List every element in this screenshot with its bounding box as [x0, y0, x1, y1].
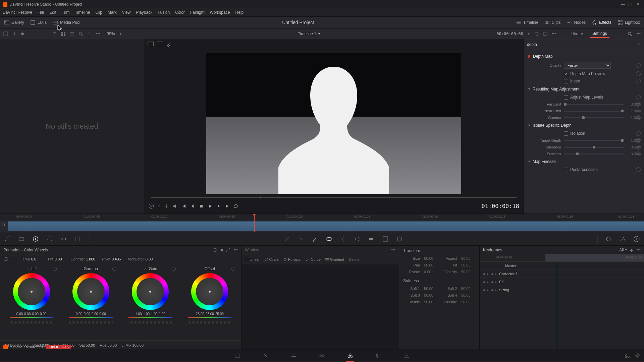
hue-value[interactable]: 50.00	[108, 343, 117, 347]
gain-wheel[interactable]	[132, 273, 169, 310]
menu-edit[interactable]: Edit	[49, 10, 56, 15]
curve-shape-button[interactable]: Curve	[306, 257, 320, 261]
loop-icon[interactable]	[534, 32, 539, 36]
prev-frame-button[interactable]	[190, 203, 195, 209]
pan-value[interactable]: 50.00	[424, 263, 438, 267]
soft2-value[interactable]: 50.00	[461, 287, 475, 291]
opacity-value[interactable]: 50.00	[461, 270, 475, 274]
list-view-icon[interactable]	[70, 32, 74, 36]
info-icon[interactable]: i	[633, 236, 640, 242]
fairlight-page-button[interactable]	[374, 352, 382, 360]
menu-file[interactable]: File	[38, 10, 44, 15]
menu-resolve[interactable]: DaVinci Resolve	[3, 10, 32, 15]
edit-page-button[interactable]	[290, 352, 298, 360]
reset-icon[interactable]	[53, 267, 57, 271]
reset-icon[interactable]	[636, 115, 641, 120]
cut-page-button[interactable]	[262, 352, 270, 360]
next-frame-button[interactable]	[216, 203, 221, 209]
group-resulting[interactable]: ▼Resulting Map Adjustment	[524, 85, 644, 94]
qualifier-icon[interactable]	[18, 236, 25, 242]
soft4-value[interactable]: 50.00	[461, 293, 475, 297]
timeline-name[interactable]: Timeline 1▼	[298, 32, 321, 36]
bypass-icon[interactable]	[148, 203, 154, 209]
sort-icon[interactable]	[52, 32, 57, 36]
reset-icon[interactable]	[636, 79, 641, 83]
log-mode-icon[interactable]	[226, 248, 230, 252]
reset-icon[interactable]	[636, 109, 641, 113]
wheel-mode-icon[interactable]	[213, 248, 217, 252]
fullscreen-icon[interactable]	[543, 32, 548, 36]
keyframes-playhead[interactable]	[557, 262, 557, 350]
tracker-icon[interactable]	[340, 236, 346, 242]
pick-white-icon[interactable]	[12, 257, 17, 261]
close-button[interactable]: ✕	[634, 2, 641, 7]
tab-library[interactable]: Library	[568, 30, 586, 38]
gradient-shape-button[interactable]: Gradient	[325, 257, 344, 261]
kf-row-corrector[interactable]: ◆▸◆▸Corrector 1	[480, 270, 644, 278]
postprocessing-checkbox[interactable]	[564, 168, 568, 172]
gamma-master-wheel[interactable]	[69, 321, 113, 324]
lmix-value[interactable]: 100.00	[132, 343, 144, 347]
offset-master-wheel[interactable]	[188, 321, 231, 324]
color-page-button[interactable]	[346, 352, 354, 360]
keyframe-mode-icon[interactable]	[605, 236, 612, 242]
group-finesse[interactable]: ▼Map Finesse	[524, 157, 644, 166]
curves-icon[interactable]	[4, 236, 11, 242]
timeline-button[interactable]: Timeline	[516, 20, 538, 25]
aspect-value[interactable]: 50.00	[461, 256, 475, 260]
primaries-icon[interactable]	[32, 236, 39, 242]
rotate-value[interactable]: 0.00	[424, 270, 438, 274]
near-limit-slider[interactable]	[564, 111, 624, 112]
reset-icon[interactable]	[636, 63, 641, 68]
reset-icon[interactable]	[112, 267, 116, 271]
soft3-value[interactable]: 50.00	[424, 293, 438, 297]
picker-icon[interactable]	[143, 267, 147, 270]
gain-values[interactable]: 1.001.001.001.00	[135, 312, 165, 316]
viewer-scrubber[interactable]	[151, 196, 517, 199]
grid-view-icon[interactable]	[61, 32, 66, 36]
deliver-page-button[interactable]	[402, 352, 411, 360]
window-icon[interactable]	[326, 236, 332, 242]
kf-row-master[interactable]: Master	[480, 262, 644, 270]
gamma-values[interactable]: 0.000.000.000.00	[76, 312, 106, 316]
offset-values[interactable]: 25.0025.0025.00	[196, 312, 224, 316]
inside-value[interactable]: 50.00	[424, 300, 438, 304]
menu-trim[interactable]: Trim	[62, 10, 70, 15]
tint-value[interactable]: 0.00	[55, 257, 67, 261]
custom-curves-icon[interactable]	[283, 236, 290, 242]
isolation-checkbox[interactable]	[564, 131, 568, 136]
contrast-value[interactable]: 1.000	[86, 257, 98, 261]
delete-shape-button[interactable]: Delete	[349, 257, 360, 261]
lift-wheel[interactable]	[13, 273, 50, 310]
timeline-ruler[interactable]: 01:00:00:00 01:00:00:05 01:00:00:10 01:0…	[0, 214, 644, 221]
menu-help[interactable]: Help	[235, 10, 244, 15]
source-timecode[interactable]: 00:00:00:00	[496, 32, 523, 36]
expand-icon[interactable]	[87, 32, 92, 36]
circle-shape-button[interactable]: Circle	[265, 257, 279, 261]
polygon-shape-button[interactable]: Polygon	[283, 257, 302, 261]
first-frame-button[interactable]	[181, 203, 186, 209]
3d-icon[interactable]	[396, 236, 403, 242]
home-button[interactable]	[625, 353, 630, 358]
eyedropper-icon[interactable]	[312, 236, 318, 242]
linear-shape-button[interactable]: Linear	[245, 257, 260, 261]
stop-button[interactable]	[199, 203, 204, 209]
pivot-value[interactable]: 0.435	[112, 257, 124, 261]
inspector-search-icon[interactable]	[628, 32, 632, 36]
viewer-canvas[interactable]	[144, 49, 523, 199]
chevron-down-icon[interactable]: ▼	[119, 32, 122, 36]
last-frame-button[interactable]	[225, 203, 230, 209]
stills-view-icon[interactable]	[3, 32, 8, 36]
sizing-icon[interactable]	[382, 236, 389, 242]
lightbox-button[interactable]: Lightbox	[618, 20, 640, 25]
tilt-value[interactable]: 50.00	[461, 263, 475, 267]
gain-master-wheel[interactable]	[128, 321, 172, 324]
maximize-button[interactable]: ▢	[627, 2, 634, 7]
wipe-icon[interactable]	[164, 203, 169, 209]
target-depth-slider[interactable]	[564, 140, 624, 141]
gallery-button[interactable]: Gallery	[4, 20, 24, 25]
picker-icon[interactable]	[26, 267, 30, 270]
gamma-slider[interactable]	[564, 117, 624, 118]
tab-settings[interactable]: Settings	[590, 30, 609, 38]
menu-view[interactable]: View	[122, 10, 131, 15]
